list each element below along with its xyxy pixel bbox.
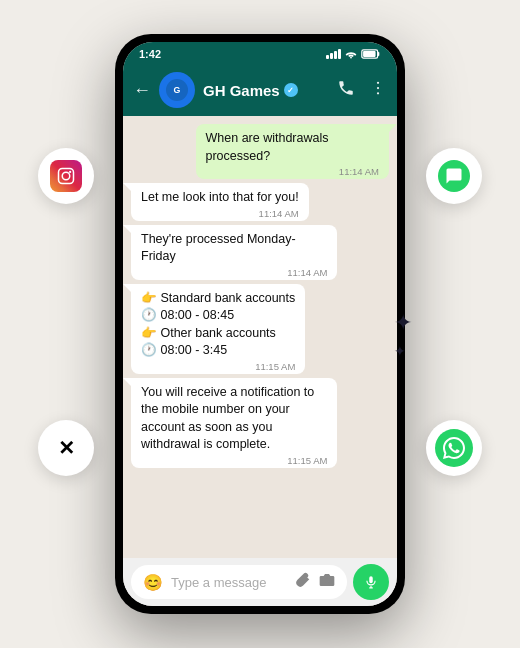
phone-frame: 1:42 bbox=[115, 34, 405, 614]
message-time: 11:15 AM bbox=[141, 455, 327, 466]
message-time: 11:14 AM bbox=[206, 166, 380, 177]
chat-messages: When are withdrawals processed? 11:14 AM… bbox=[123, 116, 397, 558]
x-twitter-icon[interactable]: ✕ bbox=[38, 420, 94, 476]
svg-point-11 bbox=[377, 92, 379, 94]
sms-icon[interactable] bbox=[426, 148, 482, 204]
call-button[interactable] bbox=[337, 79, 355, 102]
emoji-icon[interactable]: 😊 bbox=[143, 573, 163, 592]
chat-header: ← G GH Games ✓ bbox=[123, 64, 397, 116]
message-text: 👉 Standard bank accounts 🕐 08:00 - 08:45… bbox=[141, 290, 295, 360]
instagram-icon[interactable] bbox=[38, 148, 94, 204]
svg-rect-13 bbox=[369, 576, 373, 583]
message-input-field[interactable]: 😊 Type a message bbox=[131, 565, 347, 599]
message-text: When are withdrawals processed? bbox=[206, 130, 380, 165]
svg-rect-5 bbox=[378, 52, 380, 56]
message-text: You will receive a notification to the m… bbox=[141, 384, 327, 454]
x-logo: ✕ bbox=[50, 432, 82, 464]
status-time: 1:42 bbox=[139, 48, 161, 60]
whatsapp-icon[interactable] bbox=[426, 420, 482, 476]
svg-point-9 bbox=[377, 81, 379, 83]
message-recv-2: They're processed Monday-Friday 11:14 AM bbox=[131, 225, 337, 280]
input-attachment-icons bbox=[295, 572, 335, 592]
contact-info: GH Games ✓ bbox=[203, 82, 329, 99]
paperclip-icon[interactable] bbox=[295, 572, 311, 592]
message-time: 11:15 AM bbox=[141, 361, 295, 372]
svg-point-10 bbox=[377, 86, 379, 88]
sparkle-decoration: ✦✦ bbox=[394, 310, 412, 362]
wifi-icon bbox=[345, 49, 357, 59]
input-placeholder: Type a message bbox=[171, 575, 287, 590]
contact-name-text: GH Games bbox=[203, 82, 280, 99]
mic-button[interactable] bbox=[353, 564, 389, 600]
contact-name-row: GH Games ✓ bbox=[203, 82, 329, 99]
svg-point-3 bbox=[350, 57, 352, 59]
instagram-logo bbox=[50, 160, 82, 192]
status-right bbox=[326, 49, 381, 59]
verified-badge: ✓ bbox=[284, 83, 298, 97]
message-text: Let me look into that for you! bbox=[141, 189, 299, 207]
message-time: 11:14 AM bbox=[141, 208, 299, 219]
menu-button[interactable] bbox=[369, 79, 387, 102]
phone-screen: 1:42 bbox=[123, 42, 397, 606]
signal-icon bbox=[326, 49, 341, 59]
message-recv-3: 👉 Standard bank accounts 🕐 08:00 - 08:45… bbox=[131, 284, 305, 374]
message-sent-1: When are withdrawals processed? 11:14 AM bbox=[196, 124, 390, 179]
svg-text:G: G bbox=[174, 85, 181, 95]
status-bar: 1:42 bbox=[123, 42, 397, 64]
back-button[interactable]: ← bbox=[133, 80, 151, 101]
battery-icon bbox=[361, 49, 381, 59]
sms-logo bbox=[438, 160, 470, 192]
header-actions bbox=[337, 79, 387, 102]
svg-point-2 bbox=[69, 171, 71, 173]
svg-point-1 bbox=[62, 172, 70, 180]
contact-avatar: G bbox=[159, 72, 195, 108]
message-text: They're processed Monday-Friday bbox=[141, 231, 327, 266]
camera-icon[interactable] bbox=[319, 572, 335, 592]
whatsapp-logo bbox=[435, 429, 473, 467]
message-recv-4: You will receive a notification to the m… bbox=[131, 378, 337, 468]
input-bar: 😊 Type a message bbox=[123, 558, 397, 606]
svg-rect-6 bbox=[363, 51, 376, 57]
message-recv-1: Let me look into that for you! 11:14 AM bbox=[131, 183, 309, 221]
message-time: 11:14 AM bbox=[141, 267, 327, 278]
svg-rect-0 bbox=[59, 169, 74, 184]
